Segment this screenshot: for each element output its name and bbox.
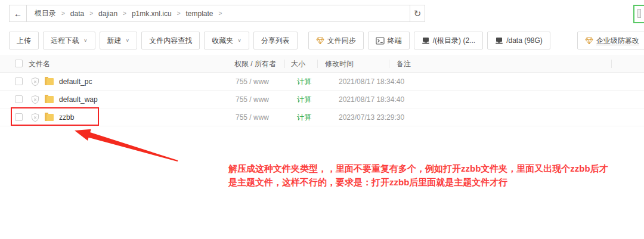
breadcrumb-item-data[interactable]: data xyxy=(70,10,84,18)
chevron-down-icon: ∨ xyxy=(83,38,88,43)
file-name-link[interactable]: default_pc xyxy=(59,73,92,91)
header-divider xyxy=(389,60,389,68)
file-sync-button[interactable]: 文件同步 xyxy=(308,32,364,49)
disk-data-button[interactable]: /data (98G) xyxy=(487,32,550,49)
chevron-down-icon: ∨ xyxy=(126,38,130,43)
header-filename: 文件名 xyxy=(29,55,50,73)
calc-size-link[interactable]: 计算 xyxy=(297,91,311,108)
table-header: 文件名 权限 / 所有者 大小 修改时间 备注 xyxy=(0,55,644,73)
new-button[interactable]: 新建 ∨ xyxy=(100,32,138,49)
disk-root-button[interactable]: /(根目录) (2... xyxy=(414,32,483,49)
header-mtime: 修改时间 xyxy=(325,55,354,73)
row-checkbox[interactable] xyxy=(15,95,23,103)
toolbar: 上传 远程下载 ∨ 新建 ∨ 文件内容查找 收藏夹 ∨ 分享列表 xyxy=(9,32,641,49)
file-sync-label: 文件同步 xyxy=(327,36,356,46)
select-all-checkbox[interactable] xyxy=(15,60,23,67)
breadcrumb-separator: > xyxy=(219,10,222,17)
disk-icon xyxy=(495,37,503,44)
calc-size-link[interactable]: 计算 xyxy=(297,108,311,126)
breadcrumb-separator: > xyxy=(89,10,93,17)
breadcrumb-item-template[interactable]: template xyxy=(185,10,213,18)
annotation-text: 解压成这种文件夹类型，，里面不要重复有多个，例如打开zzbb文件夹，里面又出现个… xyxy=(228,162,629,189)
folder-icon xyxy=(45,73,54,91)
calc-size-link[interactable]: 计算 xyxy=(297,73,311,91)
share-list-button[interactable]: 分享列表 xyxy=(253,32,298,49)
favorites-button[interactable]: 收藏夹 ∨ xyxy=(204,32,249,49)
tamper-protect-off-icon[interactable] xyxy=(30,91,40,108)
file-mtime: 2021/08/17 18:34:40 xyxy=(339,91,404,108)
row-checkbox[interactable] xyxy=(15,77,23,85)
breadcrumb-item-root[interactable]: 根目录 xyxy=(35,8,56,18)
breadcrumb-item-site[interactable]: p1mk.xnl.icu xyxy=(132,10,172,18)
annotation-line-1: 解压成这种文件夹类型，，里面不要重复有多个，例如打开zzbb文件夹，里面又出现个… xyxy=(228,162,629,175)
terminal-label: 终端 xyxy=(388,36,402,46)
breadcrumb: 根目录 > data > dajian > p1mk.xnl.icu > tem… xyxy=(27,5,410,21)
refresh-button[interactable]: ↻ xyxy=(410,5,425,21)
disk-root-label: /(根目录) (2... xyxy=(433,36,475,46)
path-bar: ← 根目录 > data > dajian > p1mk.xnl.icu > t… xyxy=(9,5,425,22)
refresh-icon: ↻ xyxy=(414,8,422,19)
file-name-link[interactable]: default_wap xyxy=(59,91,98,108)
gem-icon xyxy=(316,37,324,45)
header-divider xyxy=(611,60,612,68)
table-row: default_wap 755 / www 计算 2021/08/17 18:3… xyxy=(0,91,644,108)
annotation-highlight-box xyxy=(11,107,99,126)
breadcrumb-separator: > xyxy=(177,10,181,17)
chevron-down-icon: ∨ xyxy=(237,38,242,43)
search-glyph-icon xyxy=(637,9,641,18)
file-permission: 755 / www xyxy=(236,108,269,126)
file-permission: 755 / www xyxy=(236,91,269,108)
back-arrow-icon: ← xyxy=(14,9,22,18)
upload-label: 上传 xyxy=(17,36,31,46)
file-manager-screen: ← 根目录 > data > dajian > p1mk.xnl.icu > t… xyxy=(0,0,644,239)
tamper-proof-button[interactable]: 企业级防篡改 xyxy=(577,32,644,49)
tamper-protect-off-icon[interactable] xyxy=(30,73,40,91)
table-row: default_pc 755 / www 计算 2021/08/17 18:34… xyxy=(0,73,644,91)
favorites-label: 收藏夹 xyxy=(212,36,233,46)
gem-icon xyxy=(585,37,593,45)
file-mtime: 2023/07/13 23:29:30 xyxy=(339,108,404,126)
header-note: 备注 xyxy=(397,55,411,73)
disk-icon xyxy=(422,37,430,44)
annotation-line-2: 是主题文件，这样不行的，要求是：打开zzbb后里面就是主题文件才行 xyxy=(228,175,629,189)
terminal-button[interactable]: 终端 xyxy=(368,32,410,49)
breadcrumb-separator: > xyxy=(123,10,126,17)
terminal-icon xyxy=(376,37,385,45)
upload-button[interactable]: 上传 xyxy=(9,32,39,49)
breadcrumb-item-dajian[interactable]: dajian xyxy=(98,10,117,18)
header-size: 大小 xyxy=(291,55,305,73)
tamper-proof-label: 企业级防篡改 xyxy=(596,36,639,46)
disk-data-label: /data (98G) xyxy=(506,36,543,45)
header-permission: 权限 / 所有者 xyxy=(234,55,276,73)
file-mtime: 2021/08/17 18:34:40 xyxy=(339,73,404,91)
remote-download-button[interactable]: 远程下载 ∨ xyxy=(43,32,95,49)
header-divider xyxy=(284,60,285,68)
content-search-label: 文件内容查找 xyxy=(149,36,192,46)
breadcrumb-separator: > xyxy=(61,10,65,17)
search-input-cutoff[interactable] xyxy=(633,5,644,23)
new-label: 新建 xyxy=(107,36,122,46)
remote-download-label: 远程下载 xyxy=(51,36,79,46)
back-button[interactable]: ← xyxy=(10,5,27,21)
content-search-button[interactable]: 文件内容查找 xyxy=(141,32,200,49)
file-permission: 755 / www xyxy=(236,73,269,91)
header-divider xyxy=(317,60,318,68)
share-list-label: 分享列表 xyxy=(261,36,290,46)
folder-icon xyxy=(45,91,54,108)
